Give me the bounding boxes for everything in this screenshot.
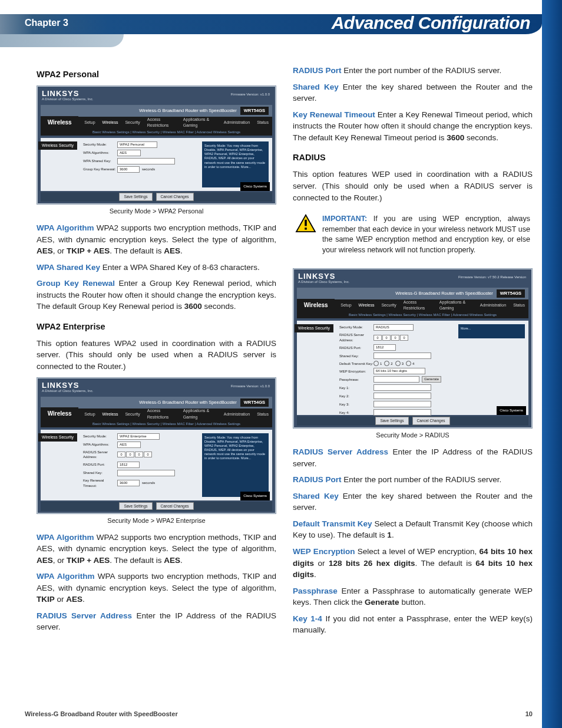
label-wep-encryption: WEP Encryption: bbox=[339, 369, 373, 374]
input-radius-addr[interactable]: 0000 bbox=[117, 452, 153, 457]
menu-admin[interactable]: Administration bbox=[220, 120, 253, 126]
menu-security[interactable]: Security bbox=[121, 411, 143, 417]
device-title: Wireless-G Broadband Router with SpeedBo… bbox=[139, 108, 237, 113]
input-shared-key[interactable] bbox=[117, 470, 175, 476]
firmware-label: Firmware Version: v1.0.0 bbox=[231, 384, 270, 389]
select-security-mode[interactable]: RADIUS bbox=[373, 324, 414, 331]
brand-sub: A Division of Cisco Systems, Inc. bbox=[42, 388, 93, 394]
para-wpa2e-intro: This option features WPA2 used in coordi… bbox=[37, 338, 276, 373]
menu-status[interactable]: Status bbox=[510, 302, 528, 308]
para-radius-addr-1: RADIUS Server Address Enter the IP Addre… bbox=[37, 610, 276, 633]
side-tab: Wireless Security bbox=[38, 141, 77, 150]
save-button[interactable]: Save Settings bbox=[119, 193, 152, 200]
help-panel: Security Mode: You may choose from Disab… bbox=[202, 433, 269, 497]
menu-security[interactable]: Security bbox=[121, 120, 143, 126]
label-key4: Key 4: bbox=[339, 410, 373, 416]
input-passphrase[interactable] bbox=[373, 376, 419, 383]
side-stripe bbox=[542, 0, 562, 728]
menu-section-label: Wireless bbox=[297, 299, 335, 312]
shot-footer: Save Settings Cancel Changes bbox=[41, 192, 272, 202]
menu-wireless[interactable]: Wireless bbox=[99, 120, 122, 126]
radio-label-1: 1 bbox=[380, 361, 382, 367]
important-text: IMPORTANT: If you are using WEP encrypti… bbox=[322, 214, 530, 255]
label-shared-key: Shared Key: bbox=[339, 354, 373, 359]
cisco-badge: Cisco Systems bbox=[497, 406, 526, 415]
cisco-badge: Cisco Systems bbox=[240, 492, 270, 500]
input-key1[interactable] bbox=[373, 384, 431, 391]
help-panel: More... bbox=[458, 324, 525, 338]
label-shared-key: Shared Key: bbox=[83, 470, 117, 476]
label-radius-addr: RADIUS Server Address: bbox=[83, 450, 117, 460]
para-wpa-algorithm-1: WPA Algorithm WPA2 supports two encrypti… bbox=[37, 222, 276, 257]
para-passphrase: Passphrase Enter a Passphrase to automat… bbox=[293, 585, 533, 608]
device-title-bar: Wireless-G Broadband Router with SpeedBo… bbox=[41, 397, 272, 409]
input-key3[interactable] bbox=[373, 401, 431, 407]
model-badge: WRT54GS bbox=[497, 289, 525, 298]
save-button[interactable]: Save Settings bbox=[119, 502, 152, 510]
cisco-badge: Cisco Systems bbox=[240, 182, 270, 191]
label-security-mode: Security Mode: bbox=[83, 434, 117, 439]
input-key2[interactable] bbox=[373, 393, 431, 399]
brand-sub: A Division of Cisco Systems, Inc. bbox=[42, 97, 93, 102]
menu-wireless[interactable]: Wireless bbox=[355, 302, 378, 308]
input-radius-addr[interactable]: 0000 bbox=[373, 335, 409, 341]
input-key4[interactable] bbox=[373, 409, 431, 416]
left-column: WPA2 Personal LINKSYS A Division of Cisc… bbox=[37, 60, 276, 699]
unit-seconds: seconds bbox=[142, 480, 155, 486]
sub-menu: Basic Wireless Settings | Wireless Secur… bbox=[41, 129, 272, 136]
input-group-renewal[interactable]: 3600 bbox=[117, 166, 140, 173]
generate-button[interactable]: Generate bbox=[422, 376, 441, 383]
input-radius-port[interactable]: 1812 bbox=[117, 462, 140, 468]
label-group-renewal: Group Key Renewal: bbox=[83, 167, 117, 172]
menu-access[interactable]: Access Restrictions bbox=[400, 299, 436, 311]
radio-key1[interactable] bbox=[373, 361, 379, 366]
menu-status[interactable]: Status bbox=[253, 120, 272, 126]
label-wpa-alg: WPA Algorithms: bbox=[83, 442, 117, 447]
heading-radius: RADIUS bbox=[293, 151, 533, 164]
input-shared-key[interactable] bbox=[373, 353, 431, 359]
label-default-transmit-key: Default Transmit Key: bbox=[339, 361, 373, 367]
svg-rect-2 bbox=[305, 228, 307, 230]
form-zone: Security Mode:WPA2 Personal WPA Algorith… bbox=[83, 141, 201, 187]
select-security-mode[interactable]: WPA2 Personal bbox=[117, 141, 157, 148]
screenshot-radius: LINKSYS A Division of Cisco Systems, Inc… bbox=[293, 268, 533, 429]
chapter-tab bbox=[0, 34, 124, 47]
menu-admin[interactable]: Administration bbox=[477, 302, 510, 308]
select-wpa-alg[interactable]: AES bbox=[117, 442, 141, 448]
cancel-button[interactable]: Cancel Changes bbox=[156, 502, 194, 510]
input-wpa-key[interactable] bbox=[117, 158, 175, 164]
save-button[interactable]: Save Settings bbox=[375, 417, 408, 424]
menu-access[interactable]: Access Restrictions bbox=[144, 408, 180, 420]
menu-setup[interactable]: Setup bbox=[81, 120, 98, 126]
menu-apps[interactable]: Applications & Gaming bbox=[436, 299, 477, 311]
caption-shot3: Security Mode > RADIUS bbox=[293, 431, 533, 440]
radio-key4[interactable] bbox=[406, 361, 411, 366]
radio-label-4: 4 bbox=[412, 361, 414, 367]
menu-admin[interactable]: Administration bbox=[220, 411, 253, 417]
menu-security[interactable]: Security bbox=[378, 302, 399, 308]
para-default-transmit-key: Default Transmit Key Select a Default Tr… bbox=[293, 518, 533, 541]
radio-key2[interactable] bbox=[384, 361, 389, 366]
input-key-timeout[interactable]: 3600 bbox=[117, 480, 140, 486]
select-security-mode[interactable]: WPA2 Enterprise bbox=[117, 433, 160, 440]
input-radius-port[interactable]: 1812 bbox=[373, 344, 396, 351]
menu-apps[interactable]: Applications & Gaming bbox=[180, 117, 220, 129]
menu-status[interactable]: Status bbox=[253, 411, 272, 417]
shot-body: Wireless Security Security Mode:WPA2 Ent… bbox=[41, 430, 272, 500]
radio-key3[interactable] bbox=[395, 361, 401, 366]
model-badge: WRT54GS bbox=[240, 107, 269, 115]
device-title-bar: Wireless-G Broadband Router with SpeedBo… bbox=[297, 288, 528, 299]
para-radius-intro: This option features WEP used in coordin… bbox=[293, 169, 533, 203]
heading-wpa2-personal: WPA2 Personal bbox=[37, 68, 276, 81]
menu-setup[interactable]: Setup bbox=[81, 411, 98, 417]
cancel-button[interactable]: Cancel Changes bbox=[156, 193, 194, 200]
menu-apps[interactable]: Applications & Gaming bbox=[180, 408, 220, 420]
menu-wireless[interactable]: Wireless bbox=[99, 411, 122, 417]
cancel-button[interactable]: Cancel Changes bbox=[412, 417, 450, 424]
select-wep-encryption[interactable]: 64 bits 10 hex digits bbox=[373, 368, 425, 374]
select-wpa-alg[interactable]: AES bbox=[117, 150, 141, 156]
menu-access[interactable]: Access Restrictions bbox=[144, 117, 180, 129]
para-wpa-algorithm-2: WPA Algorithm WPA2 supports two encrypti… bbox=[37, 532, 276, 566]
label-security-mode: Security Mode: bbox=[83, 142, 117, 147]
menu-setup[interactable]: Setup bbox=[337, 302, 355, 308]
